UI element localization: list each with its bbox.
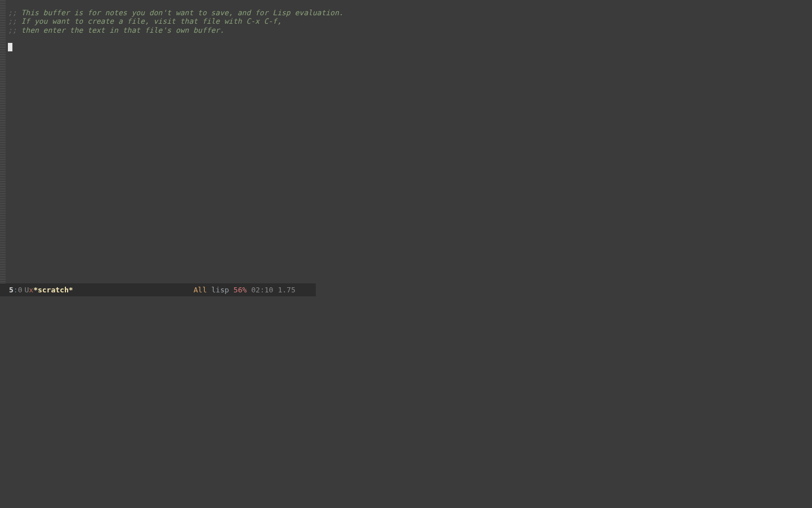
mode-line-position: All bbox=[193, 286, 206, 294]
mode-line-load: 1.75 bbox=[278, 286, 295, 294]
mode-line-column-number: 0 bbox=[18, 286, 23, 294]
mode-line-right: All lisp 56% 02:10 1.75 bbox=[193, 286, 314, 294]
scratch-comment-line: then enter the text in that file's own b… bbox=[21, 26, 224, 34]
mode-line[interactable]: 5: 0 Ux*scratch* All lisp 56% 02:10 1.75 bbox=[0, 283, 316, 296]
comment-delim: ;; bbox=[8, 26, 21, 34]
mode-line-coding-flag: U bbox=[24, 286, 29, 294]
buffer-text-area[interactable]: ;; This buffer is for notes you don't wa… bbox=[0, 0, 316, 283]
comment-delim: ;; bbox=[8, 8, 21, 17]
text-cursor bbox=[8, 43, 12, 51]
mode-line-separator: : bbox=[14, 286, 18, 294]
mode-line-major-mode[interactable]: lisp bbox=[211, 286, 229, 294]
mode-line-time: 02:10 bbox=[251, 286, 273, 294]
mode-line-left: 5: 0 Ux*scratch* bbox=[9, 286, 73, 294]
mode-line-buffer-name[interactable]: *scratch* bbox=[33, 286, 73, 294]
mode-line-modified-flag: x bbox=[29, 286, 33, 294]
editor-window: ;; This buffer is for notes you don't wa… bbox=[0, 0, 316, 296]
scratch-comment-line: If you want to create a file, visit that… bbox=[21, 17, 281, 25]
scratch-comment-line: This buffer is for notes you don't want … bbox=[21, 8, 343, 17]
mode-line-percent: 56% bbox=[233, 286, 246, 294]
comment-delim: ;; bbox=[8, 17, 21, 25]
mode-line-line-number: 5 bbox=[9, 286, 14, 294]
